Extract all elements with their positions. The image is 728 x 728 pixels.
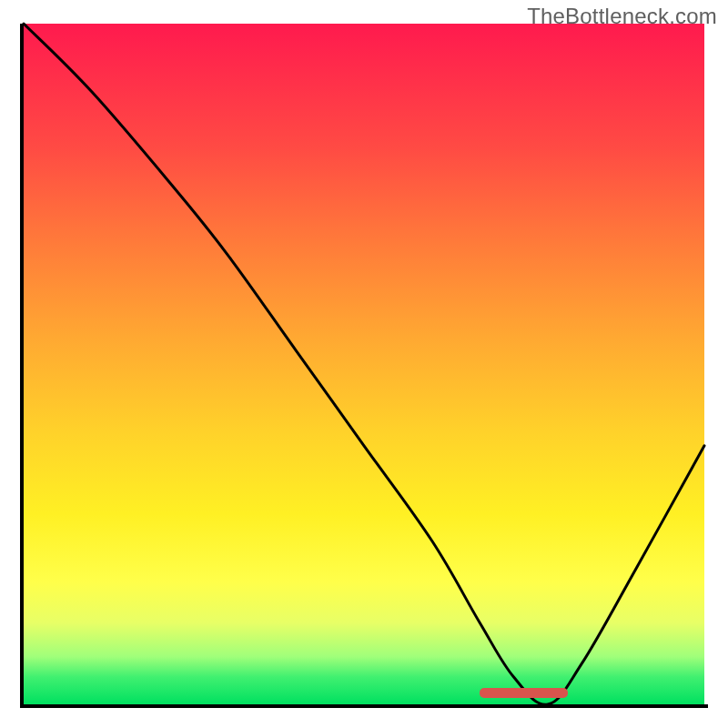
bottleneck-curve — [24, 24, 704, 704]
optimal-range-marker — [480, 688, 568, 698]
x-axis-line — [20, 704, 708, 708]
y-axis-line — [20, 24, 24, 708]
